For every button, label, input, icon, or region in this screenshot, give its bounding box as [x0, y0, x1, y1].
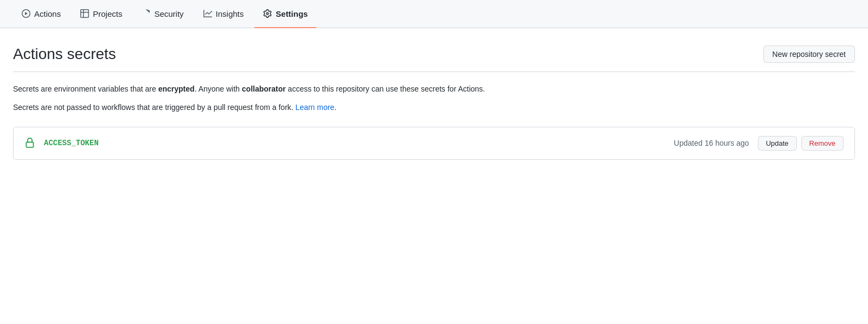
remove-secret-button[interactable]: Remove	[801, 136, 844, 151]
secret-updated-time: Updated 16 hours ago	[674, 139, 749, 147]
tab-actions-label: Actions	[34, 9, 61, 18]
tab-insights[interactable]: Insights	[195, 0, 253, 28]
tab-projects[interactable]: Projects	[72, 0, 131, 28]
tab-projects-label: Projects	[93, 9, 122, 18]
tab-settings[interactable]: Settings	[254, 0, 316, 28]
tab-security[interactable]: Security	[133, 0, 192, 28]
description-line2: Secrets are not passed to workflows that…	[13, 101, 855, 113]
secrets-list: ACCESS_TOKEN Updated 16 hours ago Update…	[13, 127, 855, 160]
secret-name: ACCESS_TOKEN	[44, 139, 674, 147]
new-repository-secret-button[interactable]: New repository secret	[763, 46, 855, 63]
main-content: Actions secrets New repository secret Se…	[0, 28, 868, 324]
tab-insights-label: Insights	[216, 9, 244, 18]
learn-more-link[interactable]: Learn more	[296, 103, 335, 112]
description-period: .	[334, 103, 336, 112]
description-fork-text: Secrets are not passed to workflows that…	[13, 103, 296, 112]
play-circle-icon	[22, 9, 30, 18]
header-divider	[13, 72, 855, 72]
gear-icon	[263, 9, 272, 18]
table-icon	[80, 9, 89, 18]
tab-settings-label: Settings	[276, 9, 308, 18]
description-section: Secrets are environment variables that a…	[13, 83, 855, 114]
secret-actions: Update Remove	[758, 136, 844, 151]
collaborator-bold: collaborator	[242, 85, 286, 93]
lock-icon	[24, 138, 35, 148]
page-header: Actions secrets New repository secret	[13, 46, 855, 63]
tab-actions[interactable]: Actions	[13, 0, 69, 28]
description-line1: Secrets are environment variables that a…	[13, 83, 855, 95]
shield-icon	[142, 9, 150, 18]
update-secret-button[interactable]: Update	[758, 136, 797, 151]
tab-security-label: Security	[154, 9, 183, 18]
tab-navigation: Actions Projects Security Insights	[0, 0, 868, 28]
secret-item: ACCESS_TOKEN Updated 16 hours ago Update…	[14, 127, 854, 159]
page-title: Actions secrets	[13, 46, 116, 63]
encrypted-bold: encrypted	[158, 85, 195, 93]
chart-icon	[203, 9, 212, 18]
